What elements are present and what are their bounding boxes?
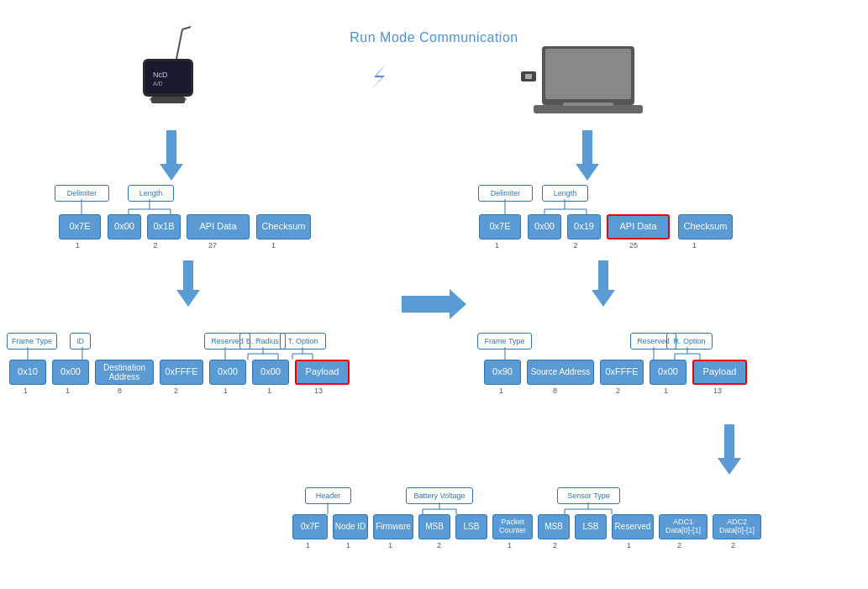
svg-marker-58 <box>370 63 387 91</box>
bottom-nodeid: Node ID <box>333 514 368 539</box>
left-r1-checksum: Checksum <box>256 214 311 239</box>
right-r1-0x00: 0x00 <box>528 214 561 239</box>
right-length-label: Length <box>542 185 588 202</box>
left-r2-num2: 8 <box>118 387 122 395</box>
right-r2-num2: 2 <box>616 387 620 395</box>
right-frametype-label: Frame Type <box>477 333 532 350</box>
bottom-battery-label: Battery Voltage <box>406 487 473 504</box>
bottom-lsb2: LSB <box>575 514 607 539</box>
svg-rect-57 <box>563 103 613 106</box>
bottom-header-label: Header <box>305 487 351 504</box>
left-r2-payload: Payload <box>295 360 350 385</box>
bottom-pktcnt: PacketCounter <box>492 514 533 539</box>
svg-marker-25 <box>592 260 615 307</box>
svg-marker-19 <box>402 289 466 319</box>
bottom-reserved: Reserved <box>612 514 654 539</box>
right-r1-num0: 1 <box>495 241 499 250</box>
bottom-0x7f: 0x7F <box>292 514 328 539</box>
right-r2-0x90: 0x90 <box>484 360 521 385</box>
left-r1-num1: 2 <box>125 241 186 250</box>
left-r1-apidata: API Data <box>187 214 250 239</box>
left-r2-0xfffe: 0xFFFE <box>160 360 203 385</box>
right-r1-num2: 25 <box>629 241 638 250</box>
svg-line-43 <box>182 27 191 29</box>
right-r1-checksum: Checksum <box>678 214 733 239</box>
left-r2-num5: 1 <box>267 387 271 395</box>
left-r2-num6: 13 <box>314 387 323 395</box>
left-r1-0x7e: 0x7E <box>59 214 101 239</box>
left-r1-num2: 27 <box>208 241 217 250</box>
bottom-num7: 2 <box>677 541 681 550</box>
left-r2-num3: 2 <box>174 387 178 395</box>
left-r2-0x00: 0x00 <box>52 360 89 385</box>
right-r2-srcaddr: Source Address <box>527 360 594 385</box>
left-r1-num3: 1 <box>271 241 276 250</box>
bottom-msb2: MSB <box>538 514 570 539</box>
right-r2-payload: Payload <box>692 360 747 385</box>
left-frametype-label: Frame Type <box>7 333 57 350</box>
bottom-num0: 1 <box>306 541 310 550</box>
right-roption-label: R. Option <box>666 333 713 350</box>
right-r1-0x7e: 0x7E <box>479 214 521 239</box>
right-r2-num3: 1 <box>664 387 668 395</box>
left-length-label: Length <box>128 185 174 202</box>
bottom-adc2: ADC2Data[0]-[1] <box>713 514 761 539</box>
bottom-sensor-label: Sensor Type <box>557 487 620 504</box>
diagram: Run Mode Communication <box>0 0 868 589</box>
bottom-num1: 1 <box>346 541 350 550</box>
left-r1-0x00: 0x00 <box>108 214 141 239</box>
svg-rect-56 <box>534 105 643 113</box>
bottom-num6: 1 <box>627 541 631 550</box>
wireless-icon <box>336 59 437 96</box>
right-r1-apidata: API Data <box>607 214 670 239</box>
left-r2-num4: 1 <box>224 387 228 395</box>
bottom-num5: 2 <box>553 541 557 550</box>
bottom-lsb1: LSB <box>455 514 487 539</box>
bottom-num8: 2 <box>731 541 735 550</box>
right-delimiter-label: Delimiter <box>478 185 533 202</box>
svg-text:A/D: A/D <box>153 81 163 87</box>
left-device-icon: NcD A/D <box>130 25 206 118</box>
svg-rect-53 <box>525 74 532 79</box>
left-r2-num1: 1 <box>66 387 70 395</box>
left-r1-0x1b: 0x1B <box>147 214 181 239</box>
right-r1-num1: 2 <box>545 241 606 250</box>
bottom-msb1: MSB <box>418 514 450 539</box>
right-r1-0x19: 0x19 <box>567 214 601 239</box>
left-r1-num0: 1 <box>76 241 80 250</box>
left-toption-label: T. Option <box>280 333 326 350</box>
svg-marker-32 <box>718 424 741 475</box>
svg-marker-0 <box>160 130 183 181</box>
svg-marker-1 <box>576 130 599 181</box>
left-r2-num0: 1 <box>24 387 28 395</box>
left-r2-0x00c: 0x00 <box>252 360 289 385</box>
right-r2-num4: 13 <box>713 387 722 395</box>
left-r2-0x00b: 0x00 <box>209 360 246 385</box>
svg-line-42 <box>176 29 182 59</box>
left-delimiter-label: Delimiter <box>55 185 109 202</box>
svg-marker-7 <box>176 260 200 307</box>
bottom-firmware: Firmware <box>373 514 413 539</box>
right-r2-0x00: 0x00 <box>650 360 687 385</box>
right-r2-0xfffe: 0xFFFE <box>600 360 644 385</box>
right-r2-num1: 8 <box>553 387 557 395</box>
left-r2-destaddr: DestinationAddress <box>95 360 154 385</box>
right-r2-num0: 1 <box>499 387 503 395</box>
bottom-adc1: ADC1Data[0]-[1] <box>659 514 708 539</box>
right-r1-num3: 1 <box>692 241 697 250</box>
bottom-num2: 1 <box>388 541 392 550</box>
svg-text:NcD: NcD <box>153 71 168 79</box>
svg-rect-55 <box>545 49 631 99</box>
left-id-label: ID <box>70 333 91 350</box>
right-device-icon <box>517 34 651 126</box>
svg-rect-51 <box>151 97 185 103</box>
bottom-num3: 2 <box>437 541 441 550</box>
left-bradius-label: B. Radius <box>239 333 286 350</box>
bottom-num4: 1 <box>508 541 512 550</box>
left-r2-0x10: 0x10 <box>9 360 46 385</box>
